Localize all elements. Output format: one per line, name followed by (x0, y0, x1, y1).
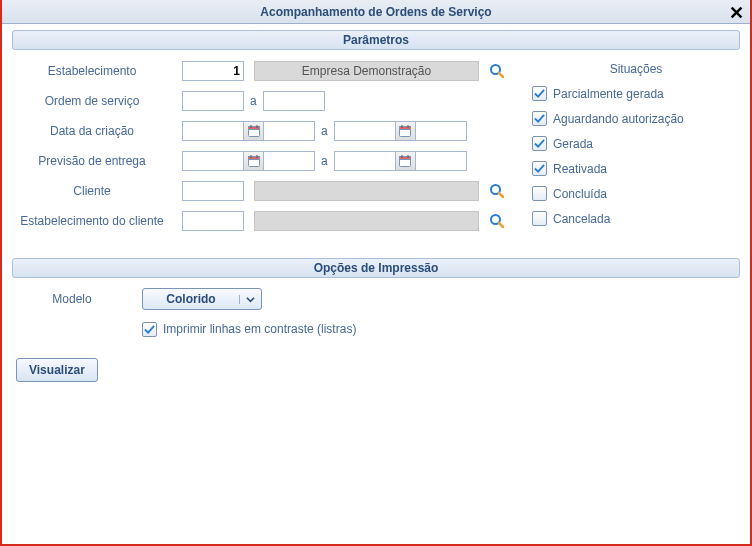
print-body: Modelo Colorido Imprimir linhas em contr… (12, 288, 740, 340)
situation-checkbox[interactable] (532, 211, 547, 226)
label-estab-cliente: Estabelecimento do cliente (12, 214, 182, 228)
situations-panel: Situações Parcialmente geradaAguardando … (532, 60, 740, 240)
estabelecimento-input[interactable] (182, 61, 244, 81)
close-icon[interactable]: ✕ (729, 2, 744, 24)
row-modelo: Modelo Colorido (12, 288, 740, 310)
search-icon[interactable] (489, 63, 505, 79)
prev-to-input[interactable] (334, 151, 396, 171)
calendar-icon (399, 125, 411, 137)
separator-a: a (321, 154, 328, 168)
row-contraste: Imprimir linhas em contraste (listras) (12, 318, 740, 340)
prev-from-input[interactable] (182, 151, 244, 171)
svg-rect-7 (400, 127, 411, 130)
search-icon[interactable] (489, 213, 505, 229)
situation-label: Cancelada (553, 212, 610, 226)
situation-row: Reativada (532, 161, 740, 176)
cliente-display (254, 181, 479, 201)
situation-label: Gerada (553, 137, 593, 151)
situation-checkbox[interactable] (532, 136, 547, 151)
prev-from-time-input[interactable] (263, 151, 315, 171)
situation-label: Reativada (553, 162, 607, 176)
footer: Visualizar (16, 358, 740, 382)
modelo-select[interactable]: Colorido (142, 288, 262, 310)
situation-checkbox[interactable] (532, 186, 547, 201)
section-header-print: Opções de Impressão (12, 258, 740, 278)
estabelecimento-display: Empresa Demonstração (254, 61, 479, 81)
label-data-criacao: Data da criação (12, 124, 182, 138)
situation-row: Cancelada (532, 211, 740, 226)
calendar-button[interactable] (396, 151, 416, 171)
cliente-input[interactable] (182, 181, 244, 201)
prev-to-time-input[interactable] (415, 151, 467, 171)
situation-row: Concluída (532, 186, 740, 201)
row-previsao: Previsão de entrega a (12, 150, 512, 172)
calendar-button[interactable] (244, 121, 264, 141)
situation-row: Parcialmente gerada (532, 86, 740, 101)
separator-a: a (321, 124, 328, 138)
svg-rect-3 (248, 127, 259, 130)
label-cliente: Cliente (12, 184, 182, 198)
label-ordem: Ordem de serviço (12, 94, 182, 108)
calendar-button[interactable] (244, 151, 264, 171)
params-body: Estabelecimento Empresa Demonstração Ord… (12, 60, 740, 240)
situation-label: Concluída (553, 187, 607, 201)
situation-label: Parcialmente gerada (553, 87, 664, 101)
data-to-time-input[interactable] (415, 121, 467, 141)
situation-checkbox[interactable] (532, 86, 547, 101)
row-cliente: Cliente (12, 180, 512, 202)
estab-cliente-display (254, 211, 479, 231)
window-title: Acompanhamento de Ordens de Serviço (260, 5, 491, 19)
row-estab-cliente: Estabelecimento do cliente (12, 210, 512, 232)
visualizar-button[interactable]: Visualizar (16, 358, 98, 382)
situations-title: Situações (532, 62, 740, 76)
row-ordem: Ordem de serviço a (12, 90, 512, 112)
chevron-down-icon (239, 295, 261, 304)
data-from-time-input[interactable] (263, 121, 315, 141)
search-icon[interactable] (489, 183, 505, 199)
row-estabelecimento: Estabelecimento Empresa Demonstração (12, 60, 512, 82)
label-previsao: Previsão de entrega (12, 154, 182, 168)
calendar-icon (248, 125, 260, 137)
calendar-icon (399, 155, 411, 167)
params-left: Estabelecimento Empresa Demonstração Ord… (12, 60, 512, 240)
ordem-from-input[interactable] (182, 91, 244, 111)
label-modelo: Modelo (12, 292, 142, 306)
estab-cliente-input[interactable] (182, 211, 244, 231)
content-area: Parâmetros Estabelecimento Empresa Demon… (2, 24, 750, 544)
data-from-input[interactable] (182, 121, 244, 141)
svg-line-19 (499, 193, 503, 197)
svg-line-21 (499, 223, 503, 227)
separator-a: a (250, 94, 257, 108)
contraste-checkbox[interactable] (142, 322, 157, 337)
situation-row: Aguardando autorização (532, 111, 740, 126)
titlebar: Acompanhamento de Ordens de Serviço ✕ (2, 0, 750, 24)
situation-checkbox[interactable] (532, 111, 547, 126)
calendar-button[interactable] (396, 121, 416, 141)
data-to-input[interactable] (334, 121, 396, 141)
modelo-value: Colorido (143, 292, 239, 306)
situation-checkbox[interactable] (532, 161, 547, 176)
svg-rect-15 (400, 157, 411, 160)
section-header-params: Parâmetros (12, 30, 740, 50)
calendar-icon (248, 155, 260, 167)
svg-rect-11 (248, 157, 259, 160)
row-data-criacao: Data da criação a (12, 120, 512, 142)
dialog-window: Acompanhamento de Ordens de Serviço ✕ Pa… (0, 0, 752, 546)
label-estabelecimento: Estabelecimento (12, 64, 182, 78)
svg-line-1 (499, 73, 503, 77)
ordem-to-input[interactable] (263, 91, 325, 111)
contraste-label: Imprimir linhas em contraste (listras) (163, 322, 356, 336)
situation-row: Gerada (532, 136, 740, 151)
situation-label: Aguardando autorização (553, 112, 684, 126)
